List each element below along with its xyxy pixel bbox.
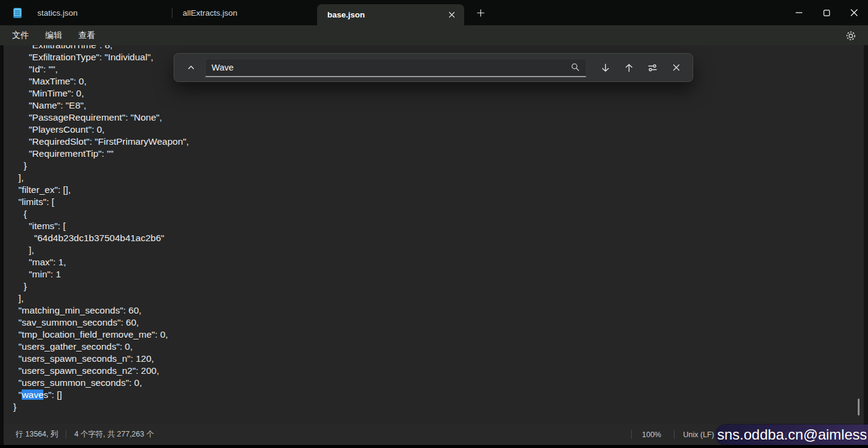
filter-options-icon <box>647 63 658 73</box>
new-tab-button[interactable] <box>471 4 490 22</box>
minimize-button[interactable] <box>785 0 813 25</box>
tab-label: allExtracts.json <box>183 8 237 17</box>
window-right-edge <box>864 45 868 448</box>
tab-bar: statics.json allExtracts.json base.json <box>27 0 464 25</box>
code-line[interactable]: } <box>13 401 868 413</box>
watermark-text: sns.oddba.cn@aimless <box>717 426 867 443</box>
code-line[interactable]: "waves": [] <box>13 389 868 401</box>
status-divider <box>66 430 66 439</box>
code-line[interactable]: ], <box>13 292 868 304</box>
tab-allextracts-json[interactable]: allExtracts.json <box>172 0 317 25</box>
code-line[interactable]: "users_spawn_seconds_n2": 200, <box>13 365 868 377</box>
code-line[interactable]: "RequirementTip": "" <box>13 148 868 160</box>
code-line[interactable]: "64d4b23dc1b37504b41ac2b6" <box>13 232 868 244</box>
tab-statics-json[interactable]: statics.json <box>27 0 172 25</box>
find-next-button[interactable] <box>596 58 615 77</box>
code-line[interactable]: "min": 1 <box>13 268 868 280</box>
window-left-edge <box>0 45 4 448</box>
tab-base-json[interactable]: base.json <box>317 4 464 25</box>
search-query-text: Wave <box>212 63 571 72</box>
code-line[interactable]: "Name": "E8", <box>13 99 868 112</box>
search-match-highlight: wave <box>22 390 43 400</box>
settings-button[interactable] <box>844 30 857 42</box>
arrow-down-icon <box>600 63 611 73</box>
chevron-up-icon <box>187 63 195 72</box>
code-line[interactable]: "items": [ <box>13 220 868 232</box>
code-line[interactable]: { <box>13 208 868 220</box>
find-previous-button[interactable] <box>620 58 638 77</box>
notepad-app-icon <box>13 7 23 19</box>
search-icon <box>571 63 580 72</box>
titlebar: statics.json allExtracts.json base.json <box>0 0 868 25</box>
code-line[interactable]: "ExfiltrationTime": 8, <box>13 45 868 51</box>
code-line[interactable]: "sav_summon_seconds": 60, <box>13 317 868 329</box>
arrow-up-icon <box>624 63 634 73</box>
status-divider <box>631 430 632 439</box>
search-input[interactable]: Wave <box>205 58 587 77</box>
code-line[interactable]: "RequiredSlot": "FirstPrimaryWeapon", <box>13 136 868 148</box>
menu-view[interactable]: 查看 <box>78 30 95 41</box>
code-line[interactable]: "max": 1, <box>13 256 868 268</box>
menu-file[interactable]: 文件 <box>12 30 29 41</box>
status-zoom-level[interactable]: 100% <box>638 424 665 445</box>
code-line[interactable]: "tmp_location_field_remove_me": 0, <box>13 329 868 341</box>
status-divider <box>674 430 675 439</box>
code-line[interactable]: ], <box>13 244 868 256</box>
notepad-window: statics.json allExtracts.json base.json <box>0 0 868 448</box>
find-options-button[interactable] <box>643 58 662 77</box>
status-selection-info: 4 个字符, 共 277,263 个 <box>74 429 154 440</box>
watermark-overlay: sns.oddba.cn@aimless <box>716 424 868 445</box>
status-line-col: 行 13564, 列 <box>16 429 58 440</box>
find-panel: Wave <box>174 53 693 82</box>
tab-label: statics.json <box>37 8 78 17</box>
menu-edit[interactable]: 编辑 <box>45 30 62 41</box>
code-line[interactable]: "filter_ex": [], <box>13 184 868 196</box>
window-bottom-edge <box>0 445 868 448</box>
tab-label: base.json <box>327 10 365 19</box>
editor-content[interactable]: "ExfiltrationTime": 8, "ExfiltrationType… <box>0 45 868 413</box>
vertical-scrollbar-thumb[interactable] <box>858 399 860 415</box>
code-line[interactable]: "MinTime": 0, <box>13 87 868 99</box>
code-line[interactable]: "PlayersCount": 0, <box>13 124 868 136</box>
code-line[interactable]: "PassageRequirement": "None", <box>13 112 868 124</box>
code-line[interactable]: } <box>13 280 868 292</box>
code-line[interactable]: "limits": [ <box>13 196 868 208</box>
window-controls <box>785 0 868 25</box>
code-line[interactable]: "users_spawn_seconds_n": 120, <box>13 353 868 365</box>
code-line[interactable]: "matching_min_seconds": 60, <box>13 304 868 317</box>
code-line[interactable]: "users_summon_seconds": 0, <box>13 377 868 389</box>
code-line[interactable]: "users_gather_seconds": 0, <box>13 341 868 353</box>
toggle-replace-button[interactable] <box>181 58 200 77</box>
status-line-ending[interactable]: Unix (LF) <box>679 424 719 445</box>
code-line[interactable]: ], <box>13 172 868 184</box>
menubar: 文件 编辑 查看 <box>0 25 868 45</box>
editor[interactable]: "ExfiltrationTime": 8, "ExfiltrationType… <box>0 45 868 424</box>
close-icon <box>672 63 681 72</box>
code-line[interactable]: } <box>13 160 868 172</box>
maximize-button[interactable] <box>813 0 840 25</box>
tab-close-icon[interactable] <box>444 7 459 23</box>
find-close-button[interactable] <box>667 58 685 77</box>
gear-icon <box>845 30 857 42</box>
close-button[interactable] <box>840 0 868 25</box>
